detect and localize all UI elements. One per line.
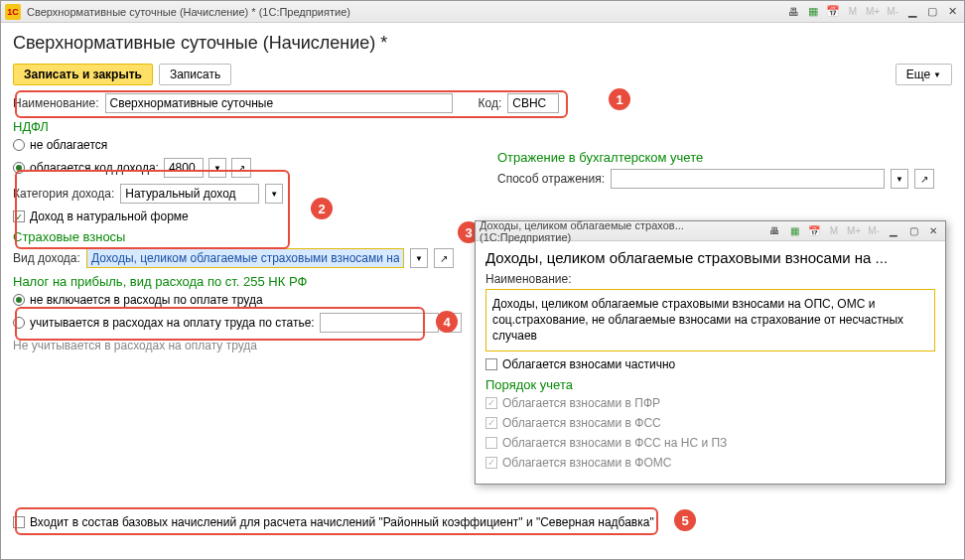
ndfl-code-dropdown[interactable]: ▼ <box>208 158 226 178</box>
profit-opt1-radio[interactable]: не включается в расходы по оплате труда <box>13 293 480 307</box>
popup-max-icon[interactable]: ▢ <box>905 223 921 239</box>
popup-fss-label: Облагается взносами в ФСС <box>502 416 661 430</box>
more-button[interactable]: Еще▼ <box>896 64 952 85</box>
popup-close-icon[interactable]: ✕ <box>925 223 941 239</box>
ndfl-none-label: не облагается <box>30 138 107 152</box>
ndfl-none-radio[interactable]: не облагается <box>13 138 480 152</box>
acct-way-open[interactable]: ↗ <box>914 169 934 189</box>
ndfl-heading: НДФЛ <box>13 119 480 134</box>
name-label: Наименование: <box>13 96 99 110</box>
code-label: Код: <box>479 96 502 110</box>
popup-name-box[interactable]: Доходы, целиком облагаемые страховыми вз… <box>485 289 935 351</box>
popup-pfr-checkbox: Облагается взносами в ПФР <box>485 396 935 410</box>
acct-heading: Отражение в бухгалтерском учете <box>497 150 934 165</box>
popup-order-heading: Порядок учета <box>485 377 935 392</box>
kind-label: Вид дохода: <box>13 251 80 265</box>
close-icon[interactable]: ✕ <box>944 4 960 20</box>
popup-mp-icon[interactable]: M+ <box>846 223 862 239</box>
print-icon[interactable]: 🖶 <box>785 4 801 20</box>
kind-dropdown[interactable]: ▼ <box>410 248 428 268</box>
code-input[interactable] <box>507 93 559 113</box>
m-minus-icon[interactable]: M- <box>885 4 900 20</box>
save-close-button[interactable]: Записать и закрыть <box>13 64 153 85</box>
cat-label: Категория дохода: <box>13 187 114 201</box>
window-title: Сверхнормативные суточные (Начисление) *… <box>27 6 350 18</box>
popup-fssns-label: Облагается взносами в ФСС на НС и ПЗ <box>502 436 727 450</box>
popup-titlebar: Доходы, целиком облагаемые страхов... (1… <box>476 221 945 241</box>
save-button[interactable]: Записать <box>159 64 231 85</box>
popup-calendar-icon[interactable]: 📅 <box>806 223 822 239</box>
popup-name-label: Наименование: <box>485 272 935 286</box>
chevron-down-icon: ▼ <box>933 70 941 79</box>
popup-print-icon[interactable]: 🖶 <box>766 223 782 239</box>
popup-window: Доходы, целиком облагаемые страхов... (1… <box>475 220 946 485</box>
profit-opt1-label: не включается в расходы по оплате труда <box>30 293 263 307</box>
popup-heading: Доходы, целиком облагаемые страховыми вз… <box>485 249 935 266</box>
kind-open[interactable]: ↗ <box>434 248 454 268</box>
popup-foms-checkbox: Облагается взносами в ФОМС <box>485 456 935 470</box>
profit-article-input[interactable] <box>320 313 439 333</box>
popup-mm-icon[interactable]: M- <box>866 223 882 239</box>
popup-min-icon[interactable]: ▁ <box>886 223 901 239</box>
profit-opt2-label: учитывается в расходах на оплату труда п… <box>30 316 315 330</box>
ndfl-taxed-label: облагается код дохода: <box>30 161 159 175</box>
kind-input[interactable] <box>86 248 404 268</box>
name-input[interactable] <box>105 93 453 113</box>
badge-5: 5 <box>674 509 696 531</box>
popup-fssns-checkbox: Облагается взносами в ФСС на НС и ПЗ <box>485 436 935 450</box>
popup-partial-checkbox[interactable]: Облагается взносами частично <box>485 357 935 371</box>
popup-pfr-label: Облагается взносами в ПФР <box>502 396 660 410</box>
acct-way-dropdown[interactable]: ▼ <box>891 169 908 189</box>
badge-1: 1 <box>609 88 630 110</box>
minimize-icon[interactable]: ▁ <box>904 4 920 20</box>
badge-2: 2 <box>311 198 333 219</box>
popup-m-icon[interactable]: M <box>826 223 842 239</box>
acct-way-label: Способ отражения: <box>497 172 605 186</box>
calc-icon[interactable]: ▦ <box>805 4 821 20</box>
popup-fss-checkbox: Облагается взносами в ФСС <box>485 416 935 430</box>
ndfl-code-input[interactable] <box>164 158 204 178</box>
base-calc-label: Входит в состав базовых начислений для р… <box>30 515 654 529</box>
base-calc-checkbox[interactable]: Входит в состав базовых начислений для р… <box>13 515 946 529</box>
page-title: Сверхнормативные суточные (Начисление) * <box>13 33 952 54</box>
cat-input[interactable] <box>120 184 259 204</box>
app-logo: 1C <box>5 4 21 20</box>
maximize-icon[interactable]: ▢ <box>924 4 940 20</box>
calendar-icon[interactable]: 📅 <box>825 4 841 20</box>
natural-checkbox[interactable]: Доход в натуральной форме <box>13 210 480 223</box>
ndfl-code-open[interactable]: ↗ <box>231 158 251 178</box>
profit-opt2-radio[interactable]: учитывается в расходах на оплату труда п… <box>13 313 480 333</box>
insur-heading: Страховые взносы <box>13 229 480 244</box>
acct-way-input[interactable] <box>611 169 885 189</box>
popup-calc-icon[interactable]: ▦ <box>786 223 802 239</box>
popup-foms-label: Облагается взносами в ФОМС <box>502 456 671 470</box>
m-icon[interactable]: M <box>845 4 861 20</box>
popup-title: Доходы, целиком облагаемые страхов... (1… <box>480 219 766 243</box>
m-plus-icon[interactable]: M+ <box>865 4 881 20</box>
profit-heading: Налог на прибыль, вид расхода по ст. 255… <box>13 274 480 289</box>
popup-partial-label: Облагается взносами частично <box>502 357 675 371</box>
profit-note: Не учитывается в расходах на оплату труд… <box>13 339 480 352</box>
natural-label: Доход в натуральной форме <box>30 210 189 223</box>
window-titlebar: 1C Сверхнормативные суточные (Начисление… <box>1 1 964 23</box>
badge-4: 4 <box>436 311 458 333</box>
cat-dropdown[interactable]: ▼ <box>265 184 283 204</box>
ndfl-taxed-radio[interactable]: облагается код дохода: ▼ ↗ <box>13 158 480 178</box>
more-label: Еще <box>906 68 930 81</box>
